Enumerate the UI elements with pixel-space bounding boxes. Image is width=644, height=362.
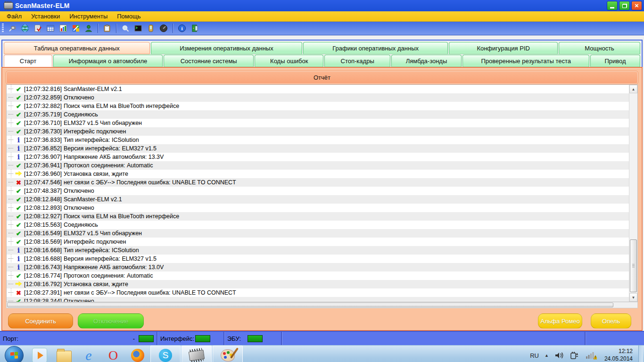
log-row[interactable]: [12:08:16.668] Тип интерфейса: ICSolutio… <box>7 246 629 255</box>
scroll-up-arrow[interactable]: ▲ <box>629 85 637 93</box>
gauge-icon[interactable] <box>158 24 169 33</box>
taskbar-explorer[interactable] <box>52 346 76 362</box>
log-timestamp: [12:08:16.668] <box>24 247 62 254</box>
log-row[interactable]: [12:08:27.391] нет связи с ЭБУ--> Послед… <box>7 288 629 297</box>
volume-icon[interactable] <box>554 351 564 360</box>
language-indicator[interactable]: RU <box>530 352 539 359</box>
taskbar-scanmaster[interactable] <box>182 346 212 362</box>
network-signal-warning-icon[interactable]: ! <box>586 351 597 360</box>
page-tab[interactable]: Информация о автомобиле <box>53 55 163 67</box>
start-button[interactable] <box>5 346 24 362</box>
user-icon[interactable] <box>83 24 94 33</box>
log-row[interactable]: [12:08:16.549] ELM327 v1.5 Чип обнаружен <box>7 229 629 238</box>
restore-button[interactable] <box>619 1 630 10</box>
clipboard-icon[interactable] <box>102 24 112 33</box>
log-message: нет связи с ЭБУ--> Последняя ошибка: UNA… <box>64 289 236 296</box>
tab-row-pages: СтартИнформация о автомобилеСостояние си… <box>4 55 640 67</box>
exit-door-icon[interactable] <box>190 24 200 33</box>
category-tab[interactable]: Измерения оперативных данных <box>151 42 303 54</box>
taskbar-opera[interactable]: O <box>101 346 125 362</box>
log-row[interactable]: [12:07:36.960] Установка связи, ждите <box>7 170 629 178</box>
log-row[interactable]: [12:08:16.792] Установка связи, ждите <box>7 280 629 288</box>
log-row[interactable]: [12:07:36.907] Напряжение АКБ автомобиля… <box>7 153 629 161</box>
log-row[interactable]: [12:08:28.244] Отключено <box>7 297 629 302</box>
log-row[interactable]: [12:07:35.719] Соединяюсь <box>7 110 629 119</box>
page-tab[interactable]: Стоп-кадры <box>324 55 390 67</box>
horizontal-scrollbar[interactable] <box>6 302 638 308</box>
log-row[interactable]: [12:07:36.833] Тип интерфейса: ICSolutio… <box>7 136 629 144</box>
connect-button[interactable]: Соединить <box>8 313 73 329</box>
log-row[interactable]: [12:08:16.743] Напряжение АКБ автомобиля… <box>7 263 629 272</box>
category-tab[interactable]: Таблица оперативных данных <box>4 42 150 54</box>
log-row[interactable]: [12:08:12.927] Поиск чипа ELM на BlueToo… <box>7 212 629 221</box>
page-tab[interactable]: Проверенные результаты теста <box>462 55 589 67</box>
menu-item[interactable]: Установки <box>26 12 65 20</box>
log-row[interactable]: [12:08:15.563] Соединяюсь <box>7 221 629 229</box>
log-row[interactable]: [12:07:32.882] Поиск чипа ELM на BlueToo… <box>7 102 629 110</box>
log-row[interactable]: [12:08:16.569] Интерфейс подключен <box>7 238 629 246</box>
log-row[interactable]: [12:07:48.387] Отключено <box>7 187 629 195</box>
log-timestamp: [12:07:36.941] <box>24 162 62 169</box>
log-message: Интерфейс подключен <box>64 128 126 135</box>
disconnect-button[interactable]: Отключение <box>78 313 144 329</box>
log-status-icon <box>15 264 23 271</box>
log-row[interactable]: [12:07:36.852] Версия интерфейса: ELM327… <box>7 144 629 153</box>
log-list[interactable]: [12:07:32.816] ScanMaster-ELM v2.1 [12:0… <box>7 85 629 302</box>
minimize-button[interactable] <box>607 1 618 10</box>
log-row[interactable]: [12:07:36.941] Протокол соединения: Auto… <box>7 161 629 170</box>
tabs-area: Таблица оперативных данныхИзмерения опер… <box>1 40 643 67</box>
page-tab[interactable]: Старт <box>4 55 52 67</box>
connect-plug-icon[interactable] <box>7 24 17 33</box>
close-button[interactable]: ✕ <box>631 1 642 10</box>
show-desktop-button[interactable] <box>638 346 643 362</box>
interface-led-indicator <box>195 335 210 342</box>
log-message: Установка связи, ждите <box>64 281 128 288</box>
log-row[interactable]: [12:08:16.688] Версия интерфейса: ELM327… <box>7 255 629 263</box>
device-icon[interactable] <box>146 24 156 33</box>
log-row[interactable]: [12:08:12.893] Отключено <box>7 204 629 212</box>
page-tab[interactable]: Привод <box>590 55 640 67</box>
page-tab[interactable]: Состояние системы <box>164 55 254 67</box>
info-icon[interactable]: i <box>177 24 187 33</box>
page-tab[interactable]: Коды ошибок <box>255 55 323 67</box>
taskbar-internet-explorer[interactable]: e <box>76 346 101 362</box>
alfa-romeo-button[interactable]: Альфа Ромео <box>538 313 582 329</box>
grid-table-icon[interactable] <box>45 24 56 33</box>
globe-icon[interactable] <box>20 24 30 33</box>
menu-item[interactable]: Инструменты <box>65 12 112 20</box>
taskbar-skype[interactable]: S <box>150 346 181 362</box>
category-tab[interactable]: Графики оперативных данных <box>303 42 448 54</box>
search-icon[interactable] <box>120 24 131 33</box>
taskbar-clock[interactable]: 12:12 24.05.2014 <box>604 348 633 362</box>
document-check-icon[interactable] <box>33 24 43 33</box>
power-plug-icon[interactable] <box>570 351 580 360</box>
opel-button[interactable]: Опель <box>591 313 631 329</box>
page-tab[interactable]: Лямбда-зонды <box>391 55 462 67</box>
category-tab[interactable]: Мощность <box>559 42 640 54</box>
taskbar-paint[interactable] <box>213 346 243 362</box>
toolbar-grip[interactable] <box>2 24 4 33</box>
log-row[interactable]: [12:07:36.730] Интерфейс подключен <box>7 127 629 136</box>
log-message: Тип интерфейса: ICSolution <box>64 247 139 254</box>
log-row[interactable]: [12:07:32.816] ScanMaster-ELM v2.1 <box>7 85 629 93</box>
bar-chart-icon[interactable] <box>58 24 68 33</box>
log-row[interactable]: [12:07:36.710] ELM327 v1.5 Чип обнаружен <box>7 119 629 127</box>
taskbar-media-player[interactable] <box>27 346 52 362</box>
category-tab[interactable]: Конфигурация PID <box>449 42 558 54</box>
scroll-down-arrow[interactable]: ▼ <box>629 293 637 302</box>
log-row[interactable]: [12:07:32.859] Отключено <box>7 93 629 102</box>
terminal-icon[interactable] <box>133 24 143 33</box>
menu-item[interactable]: Файл <box>2 12 26 20</box>
show-hidden-icons-chevron[interactable]: ▲ <box>545 353 549 358</box>
menu-item[interactable]: Помощь <box>112 12 145 20</box>
taskbar-firefox[interactable] <box>125 346 150 362</box>
vertical-scrollbar[interactable]: ▲ ▼ <box>629 85 637 302</box>
log-row[interactable]: [12:08:16.774] Протокол соединения: Auto… <box>7 272 629 280</box>
hscrollbar-thumb[interactable] <box>7 303 613 307</box>
svg-text:!: ! <box>595 356 596 359</box>
map-icon[interactable] <box>71 24 81 33</box>
scrollbar-thumb[interactable] <box>630 239 637 292</box>
scrollbar-track[interactable] <box>629 93 637 293</box>
log-row[interactable]: [12:07:47.546] нет связи с ЭБУ--> Послед… <box>7 178 629 187</box>
log-row[interactable]: [12:08:12.848] ScanMaster-ELM v2.1 <box>7 195 629 204</box>
